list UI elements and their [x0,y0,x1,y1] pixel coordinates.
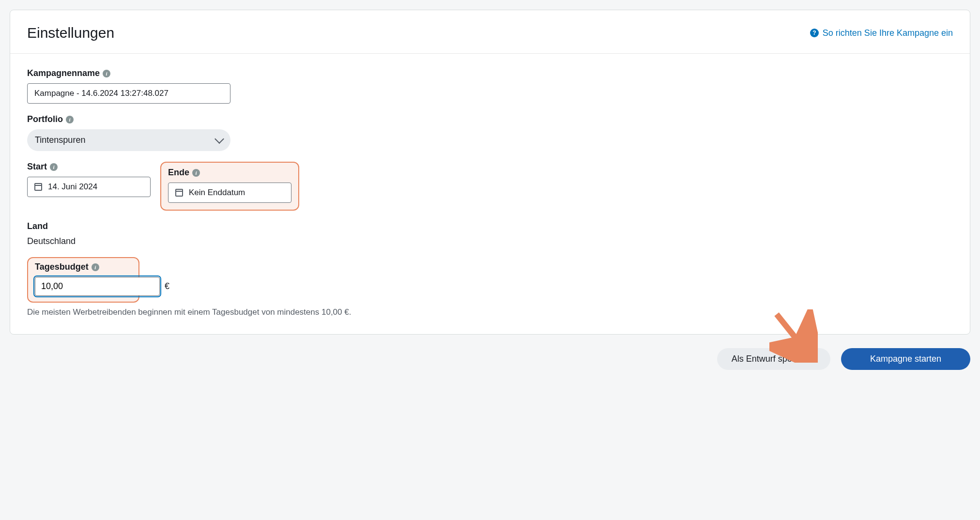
end-date-value: Kein Enddatum [189,188,245,198]
portfolio-select[interactable]: Tintenspuren [27,129,230,151]
campaign-name-label: Kampagnenname [27,68,100,78]
save-draft-button[interactable]: Als Entwurf speichern [717,348,830,370]
start-date-label: Start [27,162,47,172]
date-row: Start i 14. Juni 2024 Ende i Kein Enddat… [27,162,953,211]
budget-group-highlighted: Tagesbudget i € [27,257,139,303]
budget-label: Tagesbudget [35,262,89,272]
country-group: Land Deutschland [27,221,953,246]
budget-input[interactable] [35,277,160,296]
info-icon[interactable]: i [192,169,200,177]
card-header: Einstellungen ? So richten Sie Ihre Kamp… [10,10,970,54]
help-icon: ? [810,29,819,37]
start-date-group: Start i 14. Juni 2024 [27,162,151,211]
country-label: Land [27,221,48,231]
portfolio-group: Portfolio i Tintenspuren [27,114,953,151]
help-link[interactable]: ? So richten Sie Ihre Kampagne ein [810,28,953,38]
campaign-name-input[interactable] [27,83,230,104]
start-campaign-button[interactable]: Kampagne starten [841,348,970,370]
start-date-value: 14. Juni 2024 [48,182,97,192]
portfolio-label: Portfolio [27,114,63,124]
page-title: Einstellungen [27,25,114,41]
country-value: Deutschland [27,236,953,246]
budget-hint: Die meisten Werbetreibenden beginnen mit… [27,307,953,317]
portfolio-selected-value: Tintenspuren [35,135,85,145]
calendar-icon [175,189,183,197]
info-icon[interactable]: i [103,70,110,77]
info-icon[interactable]: i [92,263,99,271]
start-date-input[interactable]: 14. Juni 2024 [27,177,151,197]
action-bar: Als Entwurf speichern Kampagne starten [10,348,970,370]
end-date-input[interactable]: Kein Enddatum [168,183,291,203]
budget-currency: € [165,281,169,291]
chevron-down-icon [214,134,224,144]
end-date-label: Ende [168,168,189,178]
campaign-name-group: Kampagnenname i [27,68,953,104]
end-date-group-highlighted: Ende i Kein Enddatum [160,162,299,211]
settings-card: Einstellungen ? So richten Sie Ihre Kamp… [10,10,970,335]
info-icon[interactable]: i [66,116,74,123]
info-icon[interactable]: i [50,163,58,171]
card-body: Kampagnenname i Portfolio i Tintenspuren… [10,54,970,334]
calendar-icon [34,183,42,191]
help-link-text: So richten Sie Ihre Kampagne ein [823,28,953,38]
